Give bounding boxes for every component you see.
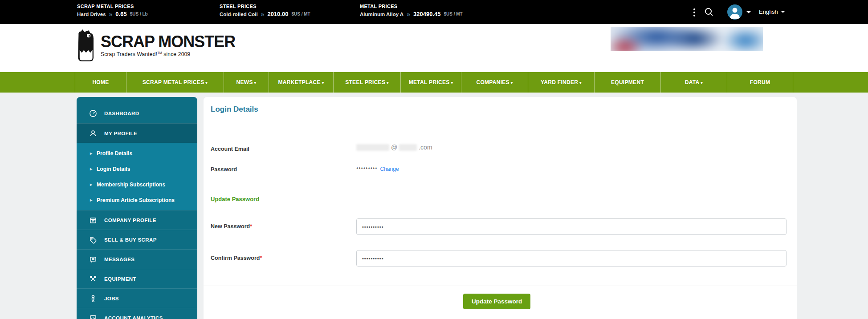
email-at-sign: @ <box>391 144 397 151</box>
ticker-item-name[interactable]: Aluminum Alloy A <box>360 12 403 17</box>
ticker-unit: $US / MT <box>291 12 310 16</box>
top-ticker-bar: SCRAP METAL PRICES Hard Drives 0.65 $US … <box>0 0 868 24</box>
double-chevron-icon <box>261 11 265 17</box>
sidebar-item-label: MESSAGES <box>104 257 134 262</box>
sidebar-item-label: ACCOUNT ANALYTICS <box>104 315 163 319</box>
ad-banner[interactable] <box>611 27 763 51</box>
double-chevron-icon <box>109 11 113 17</box>
nav-equipment[interactable]: EQUIPMENT <box>594 72 660 93</box>
account-sidebar: DASHBOARD MY PROFILE Profile Details Log… <box>77 97 197 319</box>
sidebar-item-label: DASHBOARD <box>104 111 139 116</box>
sidebar-subitem-profile-details[interactable]: Profile Details <box>77 145 197 161</box>
ticker-unit: $US / MT <box>444 12 462 16</box>
page-title: Login Details <box>211 105 258 114</box>
update-password-heading: Update Password <box>211 196 259 202</box>
price-tag-icon <box>89 236 97 244</box>
sidebar-item-jobs[interactable]: JOBS <box>77 288 197 308</box>
change-password-link[interactable]: Change <box>380 166 399 172</box>
sidebar-item-label: SELL & BUY SCRAP <box>104 237 157 242</box>
divider <box>204 212 797 212</box>
divider <box>204 286 797 286</box>
message-icon <box>89 255 97 263</box>
required-asterisk: * <box>260 255 262 261</box>
ticker-value: 2010.00 <box>267 11 288 17</box>
sidebar-item-label: COMPANY PROFILE <box>104 218 156 223</box>
brand-tagline: Scrap Traders Wanted!TM since 2009 <box>101 51 235 57</box>
my-profile-submenu: Profile Details Login Details Membership… <box>77 143 197 210</box>
analytics-chart-icon <box>89 314 97 319</box>
ticker-item-name[interactable]: Hard Drives <box>77 12 106 17</box>
redacted-email-domain <box>399 144 417 151</box>
ad-banner-blurred-content <box>611 27 763 51</box>
ticker-metal[interactable]: METAL PRICES Aluminum Alloy A 320490.45 … <box>360 4 463 17</box>
login-details-panel: Login Details Account Email @ .com Passw… <box>204 97 797 319</box>
scrap-monster-icon <box>75 28 96 63</box>
redacted-email-user <box>356 144 389 151</box>
sidebar-item-equipment[interactable]: EQUIPMENT <box>77 269 197 288</box>
sidebar-subitem-membership-subscriptions[interactable]: Membership Subscriptions <box>77 177 197 192</box>
nav-forum[interactable]: FORUM <box>727 72 793 93</box>
divider <box>204 123 797 123</box>
kebab-menu-icon[interactable] <box>691 8 697 17</box>
required-asterisk: * <box>250 223 252 230</box>
new-password-field[interactable] <box>356 218 786 235</box>
password-label: Password <box>211 166 237 173</box>
ticker-category: SCRAP METAL PRICES <box>77 4 148 9</box>
new-password-label: New Password* <box>211 223 252 230</box>
double-chevron-icon <box>407 11 410 17</box>
jobs-person-icon <box>89 295 97 303</box>
sidebar-item-label: EQUIPMENT <box>104 276 136 282</box>
sidebar-item-company-profile[interactable]: COMPANY PROFILE <box>77 210 197 230</box>
ticker-steel[interactable]: STEEL PRICES Cold-rolled Coil 2010.00 $U… <box>220 4 310 17</box>
sidebar-item-my-profile[interactable]: MY PROFILE <box>77 123 197 143</box>
nav-steel-prices[interactable]: STEEL PRICES <box>333 72 400 93</box>
ticker-category: METAL PRICES <box>360 4 463 9</box>
nav-data[interactable]: DATA <box>660 72 727 93</box>
account-email-label: Account Email <box>211 146 249 152</box>
nav-news[interactable]: NEWS <box>224 72 269 93</box>
nav-companies[interactable]: COMPANIES <box>461 72 528 93</box>
ticker-scrap-metal[interactable]: SCRAP METAL PRICES Hard Drives 0.65 $US … <box>77 4 148 17</box>
language-selector[interactable]: English <box>759 8 785 15</box>
dashboard-gauge-icon <box>89 109 97 117</box>
nav-home[interactable]: HOME <box>75 72 126 93</box>
nav-marketplace[interactable]: MARKETPLACE <box>269 72 333 93</box>
update-password-button[interactable]: Update Password <box>463 294 530 309</box>
email-suffix: .com <box>419 144 432 151</box>
ticker-category: STEEL PRICES <box>220 4 310 9</box>
header-band: SCRAP MONSTER Scrap Traders Wanted!TM si… <box>0 24 868 72</box>
user-avatar[interactable] <box>727 4 742 20</box>
crossed-tools-icon <box>89 275 97 283</box>
password-value-row: ********* Change <box>356 166 399 172</box>
ticker-item-name[interactable]: Cold-rolled Coil <box>220 12 258 17</box>
person-icon <box>89 129 97 137</box>
nav-yard-finder[interactable]: YARD FINDER <box>528 72 594 93</box>
content-area: DASHBOARD MY PROFILE Profile Details Log… <box>0 93 868 319</box>
avatar-caret-down-icon[interactable] <box>746 11 751 13</box>
ticker-value: 320490.45 <box>413 11 440 17</box>
sidebar-item-dashboard[interactable]: DASHBOARD <box>77 104 197 123</box>
site-logo[interactable]: SCRAP MONSTER Scrap Traders Wanted!TM si… <box>75 28 235 63</box>
nav-metal-prices[interactable]: METAL PRICES <box>400 72 461 93</box>
confirm-password-field[interactable] <box>356 250 786 267</box>
language-label: English <box>759 8 778 15</box>
sidebar-item-label: MY PROFILE <box>104 131 137 136</box>
search-icon[interactable] <box>704 7 714 19</box>
language-caret-down-icon <box>781 11 785 13</box>
main-navigation: HOME SCRAP METAL PRICES NEWS MARKETPLACE… <box>0 72 868 93</box>
ticker-unit: $US / Lb <box>130 12 148 16</box>
sidebar-subitem-login-details[interactable]: Login Details <box>77 161 197 177</box>
confirm-password-label: Confirm Password* <box>211 255 262 261</box>
brand-name: SCRAP MONSTER <box>101 34 235 50</box>
sidebar-item-account-analytics[interactable]: ACCOUNT ANALYTICS <box>77 308 197 319</box>
masked-password: ********* <box>356 166 378 172</box>
company-card-icon <box>89 216 97 224</box>
sidebar-item-messages[interactable]: MESSAGES <box>77 249 197 269</box>
sidebar-item-sell-buy-scrap[interactable]: SELL & BUY SCRAP <box>77 230 197 249</box>
sidebar-subitem-premium-article-subscriptions[interactable]: Premium Article Subscriptions <box>77 192 197 208</box>
nav-scrap-metal-prices[interactable]: SCRAP METAL PRICES <box>126 72 224 93</box>
ticker-value: 0.65 <box>115 11 126 17</box>
sidebar-item-label: JOBS <box>104 296 119 301</box>
account-email-value: @ .com <box>356 144 432 151</box>
